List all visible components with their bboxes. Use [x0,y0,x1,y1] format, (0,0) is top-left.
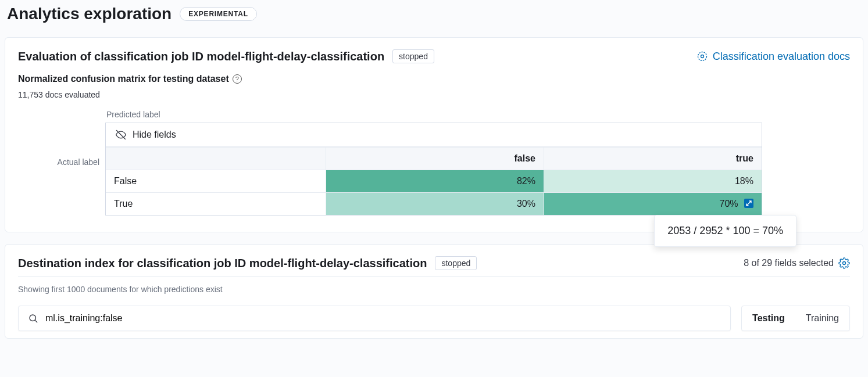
experimental-badge: EXPERIMENTAL [180,7,257,21]
svg-line-5 [35,320,37,322]
expand-icon[interactable] [744,199,753,208]
eye-off-icon [115,129,127,141]
evaluation-title: Evaluation of classification job ID mode… [18,50,384,63]
hide-fields-button[interactable]: Hide fields [106,123,762,147]
row-label-true: True [106,193,326,215]
search-input[interactable] [45,313,721,324]
page-title: Analytics exploration [7,5,172,23]
confusion-matrix: Hide fields false true False 82% 18% Tru… [105,123,762,216]
dataset-toggle: Testing Training [741,306,850,331]
svg-point-0 [698,52,706,61]
cell-true-true[interactable]: 70% 2053 / 2952 * 100 = 70% [544,193,762,215]
help-icon [696,51,708,62]
fields-selected-label: 8 of 29 fields selected [744,258,834,268]
evaluation-panel: Evaluation of classification job ID mode… [5,37,863,232]
destination-subtitle: Showing first 1000 documents for which p… [18,285,850,294]
predicted-label: Predicted label [105,110,762,119]
destination-panel: Destination index for classification job… [5,244,863,339]
question-icon[interactable]: ? [233,74,242,84]
cell-true-true-value: 70% [720,199,738,209]
status-badge: stopped [435,256,477,270]
svg-point-3 [843,262,846,265]
docs-link[interactable]: Classification evaluation docs [696,51,850,63]
cell-tooltip: 2053 / 2952 * 100 = 70% [654,215,796,247]
actual-label: Actual label [18,110,105,216]
docs-link-label: Classification evaluation docs [713,51,850,63]
row-label-false: False [106,170,326,192]
matrix-row-true: True 30% 70% 2053 / 2952 * 100 = 70% [106,192,762,215]
docs-evaluated-count: 11,753 docs evaluated [18,90,850,99]
destination-title: Destination index for classification job… [18,257,427,270]
toggle-training[interactable]: Training [795,306,849,331]
cell-false-false[interactable]: 82% [326,170,544,192]
col-header-false[interactable]: false [326,148,544,170]
svg-point-1 [701,55,703,58]
cell-true-false[interactable]: 30% [326,193,544,215]
col-header-true[interactable]: true [544,148,762,170]
status-badge: stopped [392,49,434,63]
toggle-testing[interactable]: Testing [742,306,795,331]
search-icon [28,313,38,324]
matrix-row-false: False 82% 18% [106,170,762,192]
search-box[interactable] [18,306,731,331]
matrix-subtitle: Normalized confusion matrix for testing … [18,74,229,84]
hide-fields-label: Hide fields [133,130,176,140]
gear-icon[interactable] [838,257,850,269]
cell-false-true[interactable]: 18% [544,170,762,192]
